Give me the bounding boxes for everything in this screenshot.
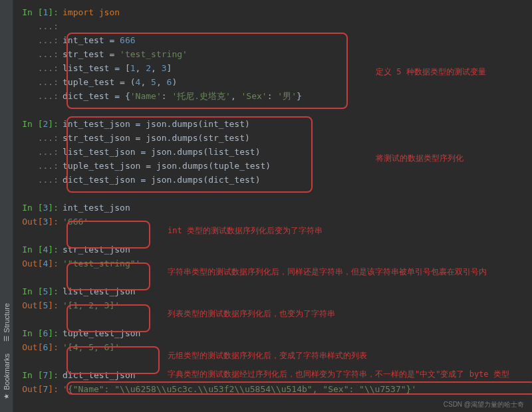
prompt: Out[4]: [16,257,63,270]
annotation: 元组类型的测试数据序列化后，变成了字符串样式的列表 [168,349,367,363]
code-content[interactable]: int_test = 666 [63,33,527,47]
prompt: In [4]: [16,243,63,257]
prompt: ...: [16,159,63,173]
annotation: 字典类型的测试数据经过序列化后，也同样变为了字符串，不一样的是"中文"变成了 b… [168,367,509,381]
code-content[interactable]: list_test_json [63,284,527,298]
prompt: ...: [16,61,63,75]
sidebar: ☰Structure ★Bookmarks [0,0,13,412]
code-content[interactable]: import json [63,5,527,19]
sidebar-tab-structure[interactable]: ☰Structure [3,298,11,348]
code-content[interactable]: tuple_test_json [63,326,527,340]
structure-icon: ☰ [3,336,10,343]
annotation: 字符串类型的测试数据序列化后，同样还是字符串，但是该字符串被单引号包裹在双引号内 [168,265,487,279]
code-line[interactable]: In [4]:str_test_json [16,243,527,257]
prompt: Out[7]: [16,382,63,396]
sidebar-tab-bookmarks[interactable]: ★Bookmarks [3,348,11,405]
code-content[interactable]: int_test_json [63,201,527,215]
code-content[interactable]: dict_test_json = json.dumps(dict_test) [63,173,527,187]
code-line[interactable]: ...:str_test = 'test_string' [16,47,527,61]
code-line[interactable] [16,187,527,201]
bookmark-icon: ★ [3,393,10,400]
prompt: ...: [16,173,63,187]
prompt: In [1]: [16,5,63,19]
code-content[interactable]: int_test_json = json.dumps(int_test) [63,117,527,131]
sidebar-label: Structure [3,303,11,333]
annotation: 定义 5 种数据类型的测试变量 [376,65,486,79]
code-line[interactable]: Out[7]:'{"Name": "\\u6258\\u5c3c.\\u53f2… [16,382,527,396]
code-content[interactable]: str_test_json [63,243,527,257]
prompt: In [3]: [16,201,63,215]
prompt: ...: [16,33,63,47]
code-content[interactable]: str_test_json = json.dumps(str_test) [63,131,527,145]
code-line[interactable]: In [3]:int_test_json [16,201,527,215]
prompt: In [5]: [16,284,63,298]
prompt: In [2]: [16,117,63,131]
code-line[interactable]: In [2]:int_test_json = json.dumps(int_te… [16,117,527,131]
code-line[interactable]: In [6]:tuple_test_json [16,326,527,340]
prompt: ...: [16,89,63,103]
console-editor[interactable]: In [1]:import json...:...:int_test = 666… [13,0,532,412]
code-line[interactable]: ...:str_test_json = json.dumps(str_test) [16,131,527,145]
annotation: int 类型的测试数据序列化后变为了字符串 [168,224,323,238]
code-content[interactable]: '{"Name": "\\u6258\\u5c3c.\\u53f2\\u5854… [63,382,527,396]
code-line[interactable]: In [5]:list_test_json [16,284,527,298]
sidebar-label: Bookmarks [3,354,11,390]
prompt: Out[5]: [16,298,63,312]
code-content[interactable]: dict_test = {'Name': '托尼.史塔克', 'Sex': '男… [63,89,527,103]
code-line[interactable]: ...:dict_test_json = json.dumps(dict_tes… [16,173,527,187]
code-line[interactable]: ...:int_test = 666 [16,33,527,47]
prompt: ...: [16,19,63,33]
code-line[interactable]: ...:dict_test = {'Name': '托尼.史塔克', 'Sex'… [16,89,527,103]
code-line[interactable]: ...: [16,19,527,33]
prompt: Out[6]: [16,340,63,354]
prompt: ...: [16,145,63,159]
prompt: ...: [16,131,63,145]
watermark: CSDN @渴望力量的哈士奇 [444,400,524,409]
prompt: Out[3]: [16,215,63,229]
annotation: 列表类型的测试数据序列化后，也变为了字符串 [168,307,335,321]
code-line[interactable]: In [1]:import json [16,5,527,19]
prompt: ...: [16,47,63,61]
prompt: ...: [16,75,63,89]
prompt: In [7]: [16,368,63,382]
annotation: 将测试的数据类型序列化 [376,152,464,165]
code-content[interactable]: str_test = 'test_string' [63,47,527,61]
prompt: In [6]: [16,326,63,340]
code-line[interactable] [16,103,527,117]
